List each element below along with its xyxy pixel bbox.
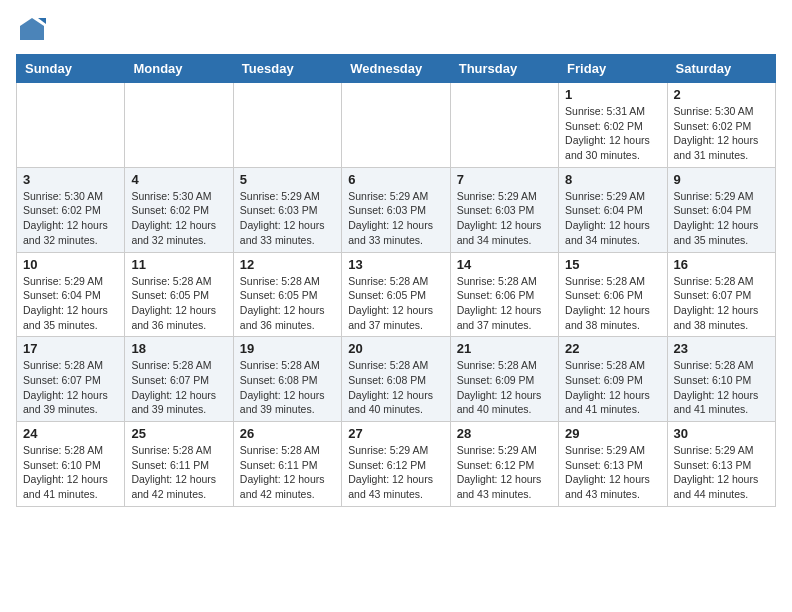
weekday-header-friday: Friday xyxy=(559,55,667,83)
day-number: 28 xyxy=(457,426,552,441)
day-info: Sunrise: 5:30 AM Sunset: 6:02 PM Dayligh… xyxy=(23,189,118,248)
day-cell: 19Sunrise: 5:28 AM Sunset: 6:08 PM Dayli… xyxy=(233,337,341,422)
day-info: Sunrise: 5:29 AM Sunset: 6:03 PM Dayligh… xyxy=(240,189,335,248)
day-number: 25 xyxy=(131,426,226,441)
day-cell: 28Sunrise: 5:29 AM Sunset: 6:12 PM Dayli… xyxy=(450,422,558,507)
day-number: 27 xyxy=(348,426,443,441)
day-number: 9 xyxy=(674,172,769,187)
day-cell: 5Sunrise: 5:29 AM Sunset: 6:03 PM Daylig… xyxy=(233,167,341,252)
day-cell: 10Sunrise: 5:29 AM Sunset: 6:04 PM Dayli… xyxy=(17,252,125,337)
day-cell: 6Sunrise: 5:29 AM Sunset: 6:03 PM Daylig… xyxy=(342,167,450,252)
day-info: Sunrise: 5:29 AM Sunset: 6:04 PM Dayligh… xyxy=(23,274,118,333)
day-cell: 18Sunrise: 5:28 AM Sunset: 6:07 PM Dayli… xyxy=(125,337,233,422)
weekday-header-wednesday: Wednesday xyxy=(342,55,450,83)
day-info: Sunrise: 5:29 AM Sunset: 6:12 PM Dayligh… xyxy=(457,443,552,502)
day-info: Sunrise: 5:29 AM Sunset: 6:04 PM Dayligh… xyxy=(674,189,769,248)
day-info: Sunrise: 5:28 AM Sunset: 6:10 PM Dayligh… xyxy=(23,443,118,502)
day-info: Sunrise: 5:28 AM Sunset: 6:09 PM Dayligh… xyxy=(565,358,660,417)
day-cell: 12Sunrise: 5:28 AM Sunset: 6:05 PM Dayli… xyxy=(233,252,341,337)
day-cell: 15Sunrise: 5:28 AM Sunset: 6:06 PM Dayli… xyxy=(559,252,667,337)
day-info: Sunrise: 5:29 AM Sunset: 6:04 PM Dayligh… xyxy=(565,189,660,248)
day-cell: 3Sunrise: 5:30 AM Sunset: 6:02 PM Daylig… xyxy=(17,167,125,252)
day-info: Sunrise: 5:30 AM Sunset: 6:02 PM Dayligh… xyxy=(674,104,769,163)
day-number: 7 xyxy=(457,172,552,187)
day-info: Sunrise: 5:28 AM Sunset: 6:05 PM Dayligh… xyxy=(348,274,443,333)
week-row-3: 10Sunrise: 5:29 AM Sunset: 6:04 PM Dayli… xyxy=(17,252,776,337)
day-info: Sunrise: 5:28 AM Sunset: 6:07 PM Dayligh… xyxy=(23,358,118,417)
day-number: 1 xyxy=(565,87,660,102)
day-info: Sunrise: 5:28 AM Sunset: 6:09 PM Dayligh… xyxy=(457,358,552,417)
day-info: Sunrise: 5:28 AM Sunset: 6:06 PM Dayligh… xyxy=(457,274,552,333)
day-number: 20 xyxy=(348,341,443,356)
day-cell: 23Sunrise: 5:28 AM Sunset: 6:10 PM Dayli… xyxy=(667,337,775,422)
day-cell: 27Sunrise: 5:29 AM Sunset: 6:12 PM Dayli… xyxy=(342,422,450,507)
day-info: Sunrise: 5:29 AM Sunset: 6:12 PM Dayligh… xyxy=(348,443,443,502)
header xyxy=(16,16,776,44)
logo xyxy=(16,16,46,44)
weekday-header-tuesday: Tuesday xyxy=(233,55,341,83)
day-number: 21 xyxy=(457,341,552,356)
day-cell: 11Sunrise: 5:28 AM Sunset: 6:05 PM Dayli… xyxy=(125,252,233,337)
day-cell xyxy=(342,83,450,168)
day-cell: 24Sunrise: 5:28 AM Sunset: 6:10 PM Dayli… xyxy=(17,422,125,507)
weekday-header-thursday: Thursday xyxy=(450,55,558,83)
day-number: 14 xyxy=(457,257,552,272)
day-number: 18 xyxy=(131,341,226,356)
calendar-table: SundayMondayTuesdayWednesdayThursdayFrid… xyxy=(16,54,776,507)
day-cell: 25Sunrise: 5:28 AM Sunset: 6:11 PM Dayli… xyxy=(125,422,233,507)
week-row-4: 17Sunrise: 5:28 AM Sunset: 6:07 PM Dayli… xyxy=(17,337,776,422)
week-row-5: 24Sunrise: 5:28 AM Sunset: 6:10 PM Dayli… xyxy=(17,422,776,507)
day-number: 30 xyxy=(674,426,769,441)
weekday-header-sunday: Sunday xyxy=(17,55,125,83)
day-number: 10 xyxy=(23,257,118,272)
day-info: Sunrise: 5:28 AM Sunset: 6:06 PM Dayligh… xyxy=(565,274,660,333)
day-info: Sunrise: 5:28 AM Sunset: 6:11 PM Dayligh… xyxy=(131,443,226,502)
weekday-header-monday: Monday xyxy=(125,55,233,83)
day-number: 15 xyxy=(565,257,660,272)
day-info: Sunrise: 5:29 AM Sunset: 6:13 PM Dayligh… xyxy=(565,443,660,502)
day-cell xyxy=(125,83,233,168)
day-cell: 8Sunrise: 5:29 AM Sunset: 6:04 PM Daylig… xyxy=(559,167,667,252)
day-info: Sunrise: 5:28 AM Sunset: 6:08 PM Dayligh… xyxy=(348,358,443,417)
day-info: Sunrise: 5:31 AM Sunset: 6:02 PM Dayligh… xyxy=(565,104,660,163)
day-cell: 1Sunrise: 5:31 AM Sunset: 6:02 PM Daylig… xyxy=(559,83,667,168)
day-number: 4 xyxy=(131,172,226,187)
day-cell xyxy=(450,83,558,168)
day-cell: 4Sunrise: 5:30 AM Sunset: 6:02 PM Daylig… xyxy=(125,167,233,252)
day-cell: 2Sunrise: 5:30 AM Sunset: 6:02 PM Daylig… xyxy=(667,83,775,168)
day-cell xyxy=(17,83,125,168)
day-cell: 22Sunrise: 5:28 AM Sunset: 6:09 PM Dayli… xyxy=(559,337,667,422)
day-cell: 13Sunrise: 5:28 AM Sunset: 6:05 PM Dayli… xyxy=(342,252,450,337)
day-info: Sunrise: 5:29 AM Sunset: 6:03 PM Dayligh… xyxy=(457,189,552,248)
week-row-2: 3Sunrise: 5:30 AM Sunset: 6:02 PM Daylig… xyxy=(17,167,776,252)
day-cell: 16Sunrise: 5:28 AM Sunset: 6:07 PM Dayli… xyxy=(667,252,775,337)
day-number: 2 xyxy=(674,87,769,102)
day-cell: 26Sunrise: 5:28 AM Sunset: 6:11 PM Dayli… xyxy=(233,422,341,507)
day-number: 8 xyxy=(565,172,660,187)
svg-marker-0 xyxy=(20,18,44,40)
day-info: Sunrise: 5:28 AM Sunset: 6:11 PM Dayligh… xyxy=(240,443,335,502)
day-number: 12 xyxy=(240,257,335,272)
day-cell: 14Sunrise: 5:28 AM Sunset: 6:06 PM Dayli… xyxy=(450,252,558,337)
day-info: Sunrise: 5:28 AM Sunset: 6:07 PM Dayligh… xyxy=(131,358,226,417)
day-number: 26 xyxy=(240,426,335,441)
day-number: 3 xyxy=(23,172,118,187)
day-number: 29 xyxy=(565,426,660,441)
day-info: Sunrise: 5:28 AM Sunset: 6:08 PM Dayligh… xyxy=(240,358,335,417)
day-number: 24 xyxy=(23,426,118,441)
day-number: 11 xyxy=(131,257,226,272)
day-number: 19 xyxy=(240,341,335,356)
day-cell xyxy=(233,83,341,168)
day-cell: 17Sunrise: 5:28 AM Sunset: 6:07 PM Dayli… xyxy=(17,337,125,422)
day-info: Sunrise: 5:30 AM Sunset: 6:02 PM Dayligh… xyxy=(131,189,226,248)
day-cell: 20Sunrise: 5:28 AM Sunset: 6:08 PM Dayli… xyxy=(342,337,450,422)
day-cell: 30Sunrise: 5:29 AM Sunset: 6:13 PM Dayli… xyxy=(667,422,775,507)
day-number: 22 xyxy=(565,341,660,356)
day-info: Sunrise: 5:28 AM Sunset: 6:10 PM Dayligh… xyxy=(674,358,769,417)
day-number: 23 xyxy=(674,341,769,356)
day-number: 5 xyxy=(240,172,335,187)
day-info: Sunrise: 5:28 AM Sunset: 6:05 PM Dayligh… xyxy=(240,274,335,333)
day-cell: 29Sunrise: 5:29 AM Sunset: 6:13 PM Dayli… xyxy=(559,422,667,507)
day-number: 13 xyxy=(348,257,443,272)
weekday-header-row: SundayMondayTuesdayWednesdayThursdayFrid… xyxy=(17,55,776,83)
